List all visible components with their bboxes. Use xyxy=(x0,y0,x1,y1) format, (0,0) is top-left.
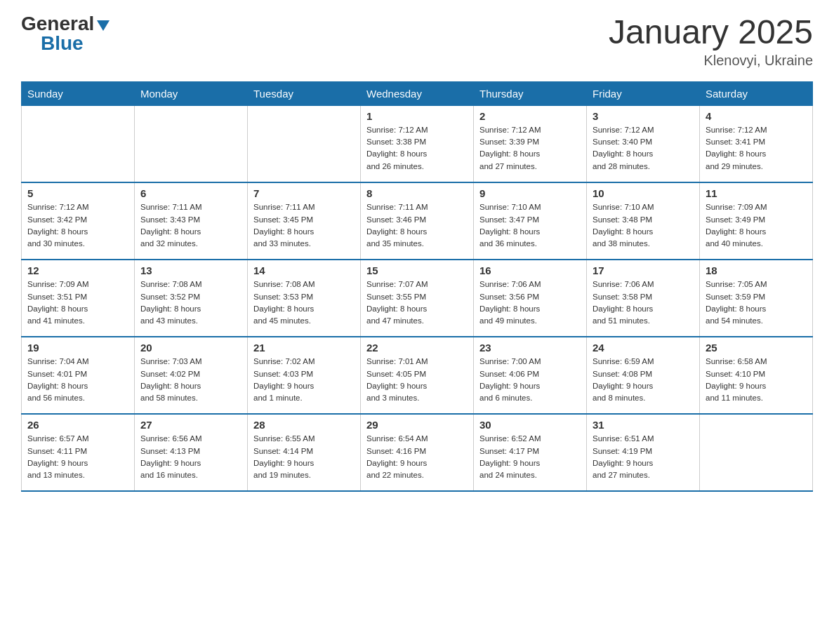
day-info: Sunrise: 7:07 AMSunset: 3:55 PMDaylight:… xyxy=(366,279,468,327)
table-row: 14Sunrise: 7:08 AMSunset: 3:53 PMDayligh… xyxy=(248,260,361,337)
day-info: Sunrise: 7:09 AMSunset: 3:49 PMDaylight:… xyxy=(706,201,807,250)
day-number: 20 xyxy=(140,342,241,354)
day-number: 27 xyxy=(140,419,241,431)
day-number: 4 xyxy=(706,110,807,122)
day-info: Sunrise: 6:56 AMSunset: 4:13 PMDaylight:… xyxy=(140,433,241,481)
day-number: 10 xyxy=(593,187,694,199)
day-info: Sunrise: 6:54 AMSunset: 4:16 PMDaylight:… xyxy=(366,433,468,481)
table-row: 18Sunrise: 7:05 AMSunset: 3:59 PMDayligh… xyxy=(700,260,813,337)
day-info: Sunrise: 7:04 AMSunset: 4:01 PMDaylight:… xyxy=(27,356,128,404)
day-info: Sunrise: 7:11 AMSunset: 3:43 PMDaylight:… xyxy=(140,201,241,250)
day-number: 17 xyxy=(593,264,694,276)
col-monday: Monday xyxy=(135,81,248,105)
table-row: 28Sunrise: 6:55 AMSunset: 4:14 PMDayligh… xyxy=(248,414,361,491)
table-row: 15Sunrise: 7:07 AMSunset: 3:55 PMDayligh… xyxy=(361,260,474,337)
day-number: 15 xyxy=(366,264,468,276)
table-row: 4Sunrise: 7:12 AMSunset: 3:41 PMDaylight… xyxy=(700,105,813,182)
day-info: Sunrise: 6:59 AMSunset: 4:08 PMDaylight:… xyxy=(593,356,694,404)
day-info: Sunrise: 7:05 AMSunset: 3:59 PMDaylight:… xyxy=(706,279,807,327)
table-row: 6Sunrise: 7:11 AMSunset: 3:43 PMDaylight… xyxy=(135,182,248,260)
calendar-week-row: 19Sunrise: 7:04 AMSunset: 4:01 PMDayligh… xyxy=(22,337,813,414)
calendar-table: Sunday Monday Tuesday Wednesday Thursday… xyxy=(21,81,813,492)
logo-general-text: General xyxy=(21,14,94,34)
day-number: 3 xyxy=(593,110,694,122)
day-number: 14 xyxy=(253,264,355,276)
day-number: 22 xyxy=(366,342,468,354)
day-info: Sunrise: 7:12 AMSunset: 3:40 PMDaylight:… xyxy=(593,124,694,173)
day-number: 12 xyxy=(27,264,128,276)
day-number: 18 xyxy=(706,264,807,276)
day-info: Sunrise: 7:03 AMSunset: 4:02 PMDaylight:… xyxy=(140,356,241,404)
day-number: 25 xyxy=(706,342,807,354)
table-row: 17Sunrise: 7:06 AMSunset: 3:58 PMDayligh… xyxy=(587,260,700,337)
day-info: Sunrise: 7:12 AMSunset: 3:38 PMDaylight:… xyxy=(366,124,468,173)
col-friday: Friday xyxy=(587,81,700,105)
location: Klenovyi, Ukraine xyxy=(609,53,813,69)
col-tuesday: Tuesday xyxy=(248,81,361,105)
table-row xyxy=(135,105,248,182)
day-number: 28 xyxy=(253,419,355,431)
day-number: 19 xyxy=(27,342,128,354)
day-number: 11 xyxy=(706,187,807,199)
day-info: Sunrise: 6:58 AMSunset: 4:10 PMDaylight:… xyxy=(706,356,807,404)
table-row: 11Sunrise: 7:09 AMSunset: 3:49 PMDayligh… xyxy=(700,182,813,260)
table-row: 13Sunrise: 7:08 AMSunset: 3:52 PMDayligh… xyxy=(135,260,248,337)
day-info: Sunrise: 7:06 AMSunset: 3:58 PMDaylight:… xyxy=(593,279,694,327)
day-number: 30 xyxy=(479,419,581,431)
day-info: Sunrise: 7:08 AMSunset: 3:52 PMDaylight:… xyxy=(140,279,241,327)
day-info: Sunrise: 7:06 AMSunset: 3:56 PMDaylight:… xyxy=(479,279,581,327)
day-number: 2 xyxy=(479,110,581,122)
day-info: Sunrise: 6:52 AMSunset: 4:17 PMDaylight:… xyxy=(479,433,581,481)
table-row: 10Sunrise: 7:10 AMSunset: 3:48 PMDayligh… xyxy=(587,182,700,260)
table-row: 16Sunrise: 7:06 AMSunset: 3:56 PMDayligh… xyxy=(474,260,587,337)
table-row: 23Sunrise: 7:00 AMSunset: 4:06 PMDayligh… xyxy=(474,337,587,414)
day-number: 5 xyxy=(27,187,128,199)
day-number: 29 xyxy=(366,419,468,431)
table-row: 27Sunrise: 6:56 AMSunset: 4:13 PMDayligh… xyxy=(135,414,248,491)
day-number: 9 xyxy=(479,187,581,199)
table-row: 29Sunrise: 6:54 AMSunset: 4:16 PMDayligh… xyxy=(361,414,474,491)
day-number: 13 xyxy=(140,264,241,276)
calendar-week-row: 26Sunrise: 6:57 AMSunset: 4:11 PMDayligh… xyxy=(22,414,813,491)
day-info: Sunrise: 7:01 AMSunset: 4:05 PMDaylight:… xyxy=(366,356,468,404)
day-info: Sunrise: 7:12 AMSunset: 3:41 PMDaylight:… xyxy=(706,124,807,173)
day-info: Sunrise: 7:12 AMSunset: 3:42 PMDaylight:… xyxy=(27,201,128,250)
calendar-week-row: 12Sunrise: 7:09 AMSunset: 3:51 PMDayligh… xyxy=(22,260,813,337)
day-number: 8 xyxy=(366,187,468,199)
logo-blue-text: Blue xyxy=(41,34,84,53)
table-row: 21Sunrise: 7:02 AMSunset: 4:03 PMDayligh… xyxy=(248,337,361,414)
day-number: 23 xyxy=(479,342,581,354)
day-info: Sunrise: 7:10 AMSunset: 3:47 PMDaylight:… xyxy=(479,201,581,250)
table-row xyxy=(248,105,361,182)
day-info: Sunrise: 7:02 AMSunset: 4:03 PMDaylight:… xyxy=(253,356,355,404)
day-number: 24 xyxy=(593,342,694,354)
table-row: 30Sunrise: 6:52 AMSunset: 4:17 PMDayligh… xyxy=(474,414,587,491)
table-row: 3Sunrise: 7:12 AMSunset: 3:40 PMDaylight… xyxy=(587,105,700,182)
table-row xyxy=(22,105,135,182)
table-row: 5Sunrise: 7:12 AMSunset: 3:42 PMDaylight… xyxy=(22,182,135,260)
day-info: Sunrise: 7:10 AMSunset: 3:48 PMDaylight:… xyxy=(593,201,694,250)
day-info: Sunrise: 7:11 AMSunset: 3:45 PMDaylight:… xyxy=(253,201,355,250)
day-number: 6 xyxy=(140,187,241,199)
table-row: 26Sunrise: 6:57 AMSunset: 4:11 PMDayligh… xyxy=(22,414,135,491)
day-number: 21 xyxy=(253,342,355,354)
col-saturday: Saturday xyxy=(700,81,813,105)
logo-triangle-icon xyxy=(97,20,110,31)
day-info: Sunrise: 7:09 AMSunset: 3:51 PMDaylight:… xyxy=(27,279,128,327)
table-row: 19Sunrise: 7:04 AMSunset: 4:01 PMDayligh… xyxy=(22,337,135,414)
table-row: 24Sunrise: 6:59 AMSunset: 4:08 PMDayligh… xyxy=(587,337,700,414)
table-row: 2Sunrise: 7:12 AMSunset: 3:39 PMDaylight… xyxy=(474,105,587,182)
day-number: 31 xyxy=(593,419,694,431)
col-thursday: Thursday xyxy=(474,81,587,105)
title-area: January 2025 Klenovyi, Ukraine xyxy=(609,14,813,69)
day-info: Sunrise: 7:00 AMSunset: 4:06 PMDaylight:… xyxy=(479,356,581,404)
table-row: 7Sunrise: 7:11 AMSunset: 3:45 PMDaylight… xyxy=(248,182,361,260)
day-number: 26 xyxy=(27,419,128,431)
day-info: Sunrise: 6:57 AMSunset: 4:11 PMDaylight:… xyxy=(27,433,128,481)
col-sunday: Sunday xyxy=(22,81,135,105)
col-wednesday: Wednesday xyxy=(361,81,474,105)
table-row xyxy=(700,414,813,491)
table-row: 31Sunrise: 6:51 AMSunset: 4:19 PMDayligh… xyxy=(587,414,700,491)
page-header: General Blue January 2025 Klenovyi, Ukra… xyxy=(21,14,813,69)
day-number: 1 xyxy=(366,110,468,122)
